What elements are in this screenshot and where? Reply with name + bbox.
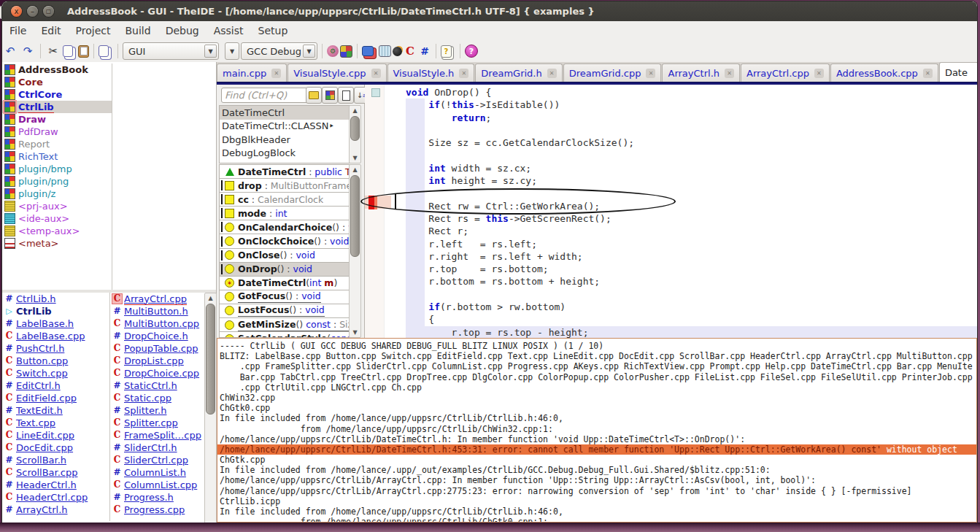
file-item[interactable]: #ColumnList.h: [110, 466, 204, 479]
class-item[interactable]: DbgBlkHeader: [220, 133, 350, 147]
scroll-down-icon[interactable]: ▼: [350, 153, 360, 163]
tab-close-icon[interactable]: ✕: [371, 69, 381, 78]
designers-icon[interactable]: [362, 46, 374, 56]
file-item[interactable]: #EditCtrl.h: [2, 379, 109, 392]
package-build-icon[interactable]: [340, 45, 352, 58]
file-item[interactable]: #MultiButton.h: [110, 305, 204, 317]
code-text[interactable]: void OnDrop() { if(!this->IsEditable()) …: [384, 86, 977, 338]
menu-item-debug[interactable]: Debug: [158, 23, 207, 39]
build-method-dropdown-icon[interactable]: ▼: [225, 42, 239, 60]
redo-icon[interactable]: ↷: [20, 43, 36, 59]
scroll-up-icon[interactable]: ▲: [205, 293, 216, 303]
tab-close-icon[interactable]: ✕: [271, 69, 281, 78]
minimize-icon[interactable]: –: [27, 6, 38, 17]
package-item[interactable]: CtrlLib: [2, 101, 112, 113]
package-item[interactable]: <ide-aux>: [2, 212, 112, 225]
menu-item-assist[interactable]: Assist: [207, 23, 251, 39]
editor-tab[interactable]: ArrayCtrl.cpp✕: [741, 63, 830, 82]
file-item[interactable]: CDropList.cpp: [110, 355, 204, 367]
class-item[interactable]: DateTimeCtrl: [220, 106, 350, 120]
package-item[interactable]: Report: [2, 138, 112, 150]
package-item[interactable]: plugin/png: [2, 175, 112, 188]
search-input[interactable]: [221, 88, 310, 103]
file-item[interactable]: #HeaderCtrl.h: [2, 479, 109, 491]
undo-icon[interactable]: ↶: [2, 43, 18, 59]
member-item[interactable]: OnClose() : void: [220, 249, 350, 263]
package-item[interactable]: Core: [2, 76, 112, 88]
package-item[interactable]: AddressBook: [2, 63, 112, 76]
file-list-column-2[interactable]: CArrayCtrl.cpp#MultiButton.hCMultiButton…: [110, 293, 204, 521]
editor-tab[interactable]: Date: [939, 62, 977, 82]
member-item[interactable]: cc : CalendarClock: [220, 193, 350, 207]
member-item[interactable]: LostFocus() : void: [220, 304, 350, 318]
file-item[interactable]: #TextEdit.h: [2, 404, 109, 417]
editor-tab[interactable]: main.cpp✕: [217, 63, 287, 82]
tab-close-icon[interactable]: ✕: [459, 69, 468, 78]
package-item[interactable]: Draw: [2, 113, 112, 126]
file-item[interactable]: CFrameSplit…cpp: [110, 429, 204, 442]
scrollbar-thumb[interactable]: [206, 304, 215, 415]
file-item[interactable]: #DropChoice.h: [110, 330, 204, 342]
tab-close-icon[interactable]: ✕: [646, 69, 655, 78]
member-item[interactable]: GotFocus() : void: [220, 290, 350, 304]
scrollbar-thumb[interactable]: [350, 116, 360, 141]
member-item[interactable]: SetCalendarStyle(const: [220, 332, 350, 338]
file-item[interactable]: CColumnList.cpp: [110, 479, 204, 491]
file-item[interactable]: CButton.cpp: [2, 355, 109, 367]
editor-tab[interactable]: DreamGrid.h✕: [475, 63, 562, 82]
file-item[interactable]: CSliderCtrl.cpp: [110, 454, 204, 466]
package-organizer-icon[interactable]: ⚙: [327, 45, 339, 57]
scroll-up-icon[interactable]: ▲: [350, 165, 360, 174]
file-item[interactable]: #PushCtrl.h: [2, 342, 109, 355]
calendar-grid-icon[interactable]: [379, 45, 391, 57]
package-item[interactable]: CtrlCore: [2, 88, 112, 101]
refresh-icon[interactable]: C: [404, 45, 417, 58]
package-icon[interactable]: [322, 87, 338, 104]
menu-item-setup[interactable]: Setup: [251, 23, 296, 39]
file-item[interactable]: #ScrollBar.h: [2, 454, 109, 466]
file-item[interactable]: CHeaderCtrl.cpp: [2, 491, 109, 504]
member-item[interactable]: drop : MultiButtonFrame: [220, 179, 350, 193]
cut-icon[interactable]: ✂: [45, 43, 61, 59]
file-item[interactable]: CLabelBase.cpp: [2, 330, 109, 342]
editor-tab[interactable]: VisualStyle.h✕: [387, 63, 475, 82]
package-item[interactable]: <prj-aux>: [2, 200, 112, 212]
class-browser-list[interactable]: DateTimeCtrlDateTimeCtrl::CLASSN‣DbgBlkH…: [219, 105, 350, 163]
editor-tab[interactable]: AddressBook.cpp✕: [830, 63, 938, 82]
maximize-icon[interactable]: ▢: [43, 6, 54, 17]
file-item[interactable]: CText.cpp: [2, 417, 109, 429]
file-item[interactable]: CProgress.cpp: [110, 504, 204, 516]
menu-item-build[interactable]: Build: [117, 23, 158, 39]
file-item[interactable]: CStatic.cpp: [110, 392, 204, 404]
editor-gutter[interactable]: [365, 85, 385, 338]
file-item[interactable]: #Progress.h: [110, 491, 204, 504]
tab-close-icon[interactable]: ✕: [923, 69, 933, 78]
folder-icon[interactable]: [306, 87, 322, 104]
error-marker-icon[interactable]: [369, 196, 377, 209]
package-item[interactable]: RichText: [2, 150, 112, 163]
file-item[interactable]: #StaticCtrl.h: [110, 379, 204, 392]
class-list-scrollbar[interactable]: ▲ ▼: [349, 105, 361, 163]
package-item[interactable]: plugin/z: [2, 188, 112, 200]
member-browser-list[interactable]: DateTimeCtrl : public T :drop : MultiBut…: [219, 164, 350, 338]
menu-item-project[interactable]: Project: [69, 23, 118, 39]
member-item[interactable]: OnDrop() : void: [220, 263, 350, 277]
editor-tab[interactable]: ArrayCtrl.h✕: [662, 63, 740, 82]
file-item[interactable]: #Splitter.h: [110, 404, 204, 417]
tab-close-icon[interactable]: ✕: [725, 69, 734, 78]
member-item[interactable]: ✶DateTimeCtrl(int m): [220, 277, 350, 290]
topics-help-icon[interactable]: ?: [441, 45, 452, 58]
tab-close-icon[interactable]: ✕: [814, 69, 824, 78]
package-list[interactable]: AddressBookCoreCtrlCoreCtrlLibDrawPdfDra…: [2, 63, 112, 290]
member-item[interactable]: OnClockChoice() : void: [220, 234, 350, 248]
menu-item-edit[interactable]: Edit: [34, 23, 68, 39]
file-list-column-1[interactable]: #CtrlLib.h▷CtrlLib#LabelBase.hCLabelBase…: [2, 293, 109, 521]
chevron-down-icon[interactable]: ▼: [303, 45, 315, 58]
file-item[interactable]: CSwitch.cpp: [2, 367, 109, 379]
debug-bomb-icon[interactable]: [393, 47, 402, 56]
package-item[interactable]: <temp-aux>: [2, 225, 112, 237]
help-icon[interactable]: ?: [465, 45, 478, 58]
paste-icon[interactable]: [78, 45, 89, 58]
scroll-up-icon[interactable]: ▲: [350, 106, 360, 115]
package-item[interactable]: PdfDraw: [2, 126, 112, 138]
